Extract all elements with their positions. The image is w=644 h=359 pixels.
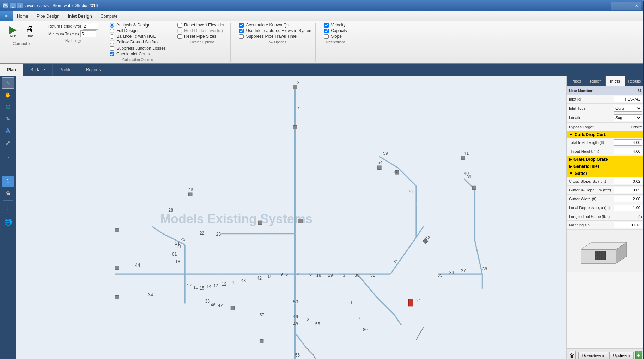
- suppress-travel-checkbox[interactable]: [239, 34, 244, 39]
- notifications-title: Notifications: [324, 40, 347, 44]
- separator-3: [3, 215, 13, 215]
- compute-group-title: Compute: [6, 41, 37, 46]
- print-button[interactable]: 🖨 Print: [22, 23, 37, 40]
- downstream-button[interactable]: Downstream: [578, 352, 608, 359]
- gutter-x-slope-input[interactable]: [614, 187, 642, 193]
- menu-pipe-design[interactable]: Pipe Design: [32, 11, 64, 21]
- inlet-type-select[interactable]: Curb Grate Combination: [614, 105, 642, 112]
- use-inlet-flows-checkbox[interactable]: [239, 29, 244, 33]
- svg-text:7: 7: [297, 105, 300, 110]
- minimize-icon[interactable]: _: [10, 3, 16, 8]
- follow-ground-radio[interactable]: [110, 40, 114, 44]
- grate-section-header[interactable]: ▶ Grate/Drop Grate: [567, 156, 644, 163]
- svg-text:22: 22: [200, 231, 205, 236]
- accumulate-qs-checkbox[interactable]: [239, 23, 244, 28]
- balance-tc-radio[interactable]: [110, 34, 114, 39]
- line-tool-button[interactable]: ···: [2, 152, 14, 163]
- use-inlet-flows-row: Use Inlet-captured Flows in System: [239, 28, 312, 33]
- svg-text:8: 8: [297, 80, 300, 85]
- pan-tool-button[interactable]: ✋: [2, 89, 14, 101]
- velocity-row: Velocity: [324, 23, 347, 28]
- panel-tab-results[interactable]: Results: [625, 76, 644, 86]
- inlet-id-input[interactable]: [614, 96, 642, 102]
- suppress-junction-checkbox[interactable]: [110, 46, 114, 51]
- menu-home[interactable]: Home: [13, 11, 32, 21]
- move-tool-button[interactable]: ↕: [2, 202, 14, 213]
- add-inlet-tool-button[interactable]: ⊕: [2, 101, 14, 112]
- velocity-checkbox[interactable]: [324, 23, 329, 28]
- delete-tool-button[interactable]: 🗑: [2, 188, 14, 199]
- velocity-label: Velocity: [331, 23, 345, 28]
- panel-tab-pipes[interactable]: Pipes: [567, 76, 586, 86]
- minimize-button[interactable]: −: [611, 2, 621, 10]
- panel-tab-inlets[interactable]: Inlets: [606, 76, 625, 86]
- svg-text:46: 46: [211, 303, 215, 308]
- local-depression-input[interactable]: [614, 205, 642, 211]
- tab-profile[interactable]: Profile: [53, 64, 79, 76]
- throat-height-input[interactable]: [614, 148, 642, 154]
- svg-line-32: [376, 296, 394, 315]
- longitudinal-slope-label: Longitudinal Slope (ft/ft): [569, 214, 614, 219]
- svg-text:50: 50: [293, 299, 298, 304]
- panel-tab-runoff[interactable]: Runoff: [586, 76, 606, 86]
- edit-tool-button[interactable]: ✎: [2, 113, 14, 124]
- app-menu-button[interactable]: ≡: [0, 11, 13, 21]
- number-tool-button[interactable]: 1: [2, 176, 14, 187]
- svg-rect-46: [461, 156, 465, 159]
- tab-surface[interactable]: Surface: [23, 64, 52, 76]
- local-depression-row: Local Depression, a (in): [567, 203, 644, 212]
- hold-outfall-checkbox[interactable]: [177, 29, 182, 33]
- tab-plan[interactable]: Plan: [0, 64, 23, 76]
- analysis-design-radio[interactable]: [110, 23, 114, 28]
- canvas-area[interactable]: Models Existing Systems: [16, 76, 566, 359]
- maximize-button[interactable]: □: [621, 2, 631, 10]
- svg-text:39: 39: [467, 175, 472, 180]
- return-period-label: Return Period (yrs): [48, 24, 81, 28]
- svg-text:53: 53: [392, 169, 397, 174]
- menu-inlet-design[interactable]: Inlet Design: [64, 11, 96, 21]
- cross-slope-input[interactable]: [614, 178, 642, 184]
- tab-reports[interactable]: Reports: [79, 64, 108, 76]
- line-number-value: 61: [614, 89, 642, 93]
- reset-invert-checkbox[interactable]: [177, 23, 182, 28]
- capacity-checkbox[interactable]: [324, 29, 329, 33]
- add-inlet-panel-button[interactable]: +: [635, 351, 642, 359]
- reset-pipe-checkbox[interactable]: [177, 34, 182, 39]
- select-tool-button[interactable]: ↖: [2, 77, 14, 89]
- close-button[interactable]: ✕: [631, 2, 641, 10]
- gutter-section-header[interactable]: ▼ Gutter: [567, 170, 644, 177]
- hold-outfall-label: Hold Outfall Invert(s): [184, 28, 223, 33]
- run-button[interactable]: ▶ Run: [6, 23, 20, 40]
- svg-text:5: 5: [285, 272, 288, 277]
- curb-section-header[interactable]: ▼ Curb/Drop Curb: [567, 131, 644, 138]
- location-select[interactable]: Sag Grade: [614, 114, 642, 121]
- panel-content: Line Number 61 Inlet Id Inlet Type Curb …: [567, 86, 644, 348]
- full-design-radio[interactable]: [110, 29, 114, 33]
- slope-checkbox[interactable]: [324, 34, 329, 39]
- svg-text:14: 14: [207, 284, 212, 289]
- min-tc-input[interactable]: [80, 30, 96, 37]
- svg-rect-47: [472, 186, 476, 189]
- check-inlet-checkbox[interactable]: [110, 52, 114, 56]
- menu-compute[interactable]: Compute: [96, 11, 122, 21]
- gutter-width-input[interactable]: [614, 196, 642, 202]
- return-period-input[interactable]: [83, 23, 98, 30]
- zoom-fit-button[interactable]: ⤢: [2, 137, 14, 148]
- suppress-junction-row: Suppress Junction Losses: [110, 46, 166, 51]
- design-options-title: Design Options: [177, 40, 227, 44]
- svg-rect-42: [293, 85, 297, 89]
- text-tool-button[interactable]: A: [2, 125, 14, 136]
- total-inlet-length-input[interactable]: [614, 139, 642, 146]
- mannings-n-input[interactable]: [614, 222, 642, 228]
- generic-section-header[interactable]: ▶ Generic Inlet: [567, 163, 644, 170]
- svg-text:6: 6: [309, 272, 312, 277]
- right-panel-tabs: Pipes Runoff Inlets Results: [567, 76, 644, 86]
- upstream-button[interactable]: Upstream: [609, 352, 634, 359]
- restore-icon[interactable]: □: [17, 3, 23, 8]
- erase-tool-button[interactable]: ▭: [2, 164, 14, 175]
- globe-tool-button[interactable]: 🌐: [2, 217, 14, 228]
- curb-section-label: Curb/Drop Curb: [575, 132, 607, 137]
- svg-rect-51: [115, 228, 119, 232]
- delete-inlet-button[interactable]: 🗑: [569, 351, 576, 359]
- panel-bottom: 🗑 Downstream Upstream +: [567, 348, 644, 359]
